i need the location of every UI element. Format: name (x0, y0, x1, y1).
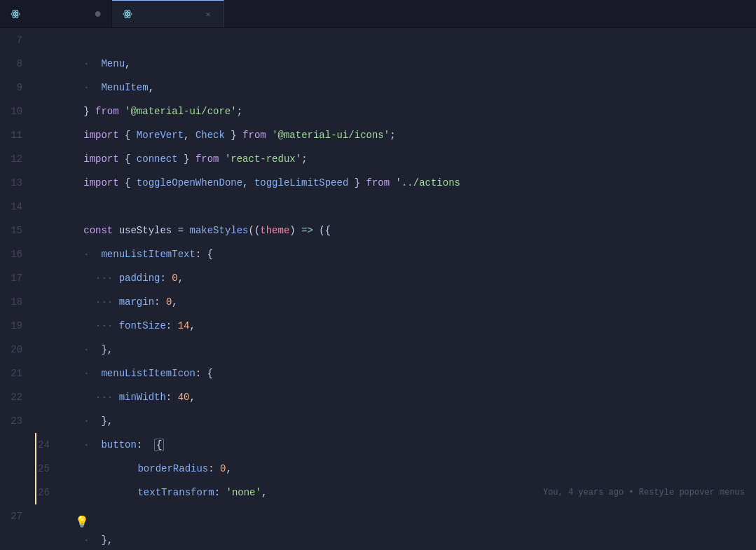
line-num-15: 15 (0, 219, 36, 242)
line-num-13: 13 (0, 171, 36, 195)
line-num-10: 10 (0, 99, 36, 123)
line-num-27: 27 (0, 504, 36, 528)
code-line-17: 17 ··· margin: 0, (0, 266, 756, 290)
line-num-23: 23 (0, 409, 36, 433)
tab-downloadpage[interactable]: ● (0, 0, 112, 27)
code-line-12: 12 import { toggleOpenWhenDone, toggleLi… (0, 147, 756, 171)
line-content-16: ··· padding: 0, (36, 242, 756, 266)
line-num-20: 20 (0, 338, 36, 362)
line-content-11: import { connect } from 'react-redux'; (36, 123, 756, 147)
line-content-26: 💡 width: '100%', You, 4 years ago • Rest… (55, 481, 756, 504)
line-num-11: 11 (0, 123, 36, 147)
code-line-10: 10 import { MoreVert, Check } from '@mat… (0, 99, 756, 123)
line-num-22: 22 (0, 385, 36, 409)
line-content-12: import { toggleOpenWhenDone, toggleLimit… (36, 147, 756, 171)
code-line-15: 15 · menuListItemText: { (0, 219, 756, 242)
svg-point-7 (127, 13, 128, 15)
code-line-14: 14 const useStyles = makeStyles((theme) … (0, 195, 756, 219)
react-icon-tab1 (10, 8, 21, 20)
line-content-7: · Menu, (36, 28, 756, 52)
code-line-25: 25 textTransform: 'none', (35, 457, 756, 481)
code-line-27: 27 · }, (0, 504, 756, 528)
line-content-23: · button: { (36, 409, 756, 433)
code-line-22: 22 · }, (0, 385, 756, 409)
line-content-10: import { MoreVert, Check } from '@materi… (36, 99, 756, 123)
line-num-24: 24 (38, 433, 55, 457)
line-num-9: 9 (0, 76, 36, 99)
code-line-20: 20 · menuListItemIcon: { (0, 338, 756, 362)
code-line-21: 21 ··· minWidth: 40, (0, 362, 756, 385)
line-content-13 (36, 171, 756, 195)
code-line-11: 11 import { connect } from 'react-redux'… (0, 123, 756, 147)
line-content-9: } from '@material-ui/core'; (36, 76, 756, 99)
code-line-8: 8 · MenuItem, (0, 52, 756, 76)
line-content-21: ··· minWidth: 40, (36, 362, 756, 385)
line-content-18: ··· fontSize: 14, (36, 290, 756, 314)
line-num-12: 12 (0, 147, 36, 171)
line-content-27: · }, (36, 504, 756, 528)
tab1-modified-dot: ● (94, 8, 102, 20)
tab2-close-button[interactable]: ✕ (202, 8, 214, 20)
line-content-22: · }, (36, 385, 756, 409)
code-line-19: 19 · }, (0, 314, 756, 338)
line-content-20: · menuListItemIcon: { (36, 338, 756, 362)
line-num-8: 8 (0, 52, 36, 76)
code-line-18: 18 ··· fontSize: 14, (0, 290, 756, 314)
svg-point-3 (15, 13, 16, 14)
line-content-14: const useStyles = makeStyles((theme) => … (36, 195, 756, 219)
line-num-26: 26 (38, 481, 55, 504)
code-line-9: 9 } from '@material-ui/core'; (0, 76, 756, 99)
line-num-19: 19 (0, 314, 36, 338)
code-line-23: 23 · button: { (0, 409, 756, 433)
line-num-18: 18 (0, 290, 36, 314)
line-num-17: 17 (0, 266, 36, 290)
line-content-19: · }, (36, 314, 756, 338)
line-num-21: 21 (0, 362, 36, 385)
line-content-25: textTransform: 'none', (55, 457, 756, 481)
code-line-24: 24 borderRadius: 0, (35, 433, 756, 457)
line-content-24: borderRadius: 0, (55, 433, 756, 457)
tab-bar: ● ✕ (0, 0, 756, 28)
react-icon-tab2 (122, 8, 133, 20)
code-line-7: 7 · Menu, (0, 28, 756, 52)
tab-downloadmoreactions[interactable]: ✕ (112, 0, 224, 27)
code-area: 7 · Menu, 8 · MenuItem, 9 } from '@mater… (0, 28, 756, 550)
code-line-13: 13 (0, 171, 756, 195)
line-content-17: ··· margin: 0, (36, 266, 756, 290)
line-content-15: · menuListItemText: { (36, 219, 756, 242)
code-line-26: 26 💡 width: '100%', You, 4 years ago • R… (35, 481, 756, 504)
code-line-16: 16 ··· padding: 0, (0, 242, 756, 266)
line-num-16: 16 (0, 242, 36, 266)
line-content-8: · MenuItem, (36, 52, 756, 76)
line-num-25: 25 (38, 457, 55, 481)
line-num-7: 7 (0, 28, 36, 52)
line-num-14: 14 (0, 195, 36, 219)
git-blame-hint: You, 4 years ago • Restyle popover menus (543, 481, 756, 504)
